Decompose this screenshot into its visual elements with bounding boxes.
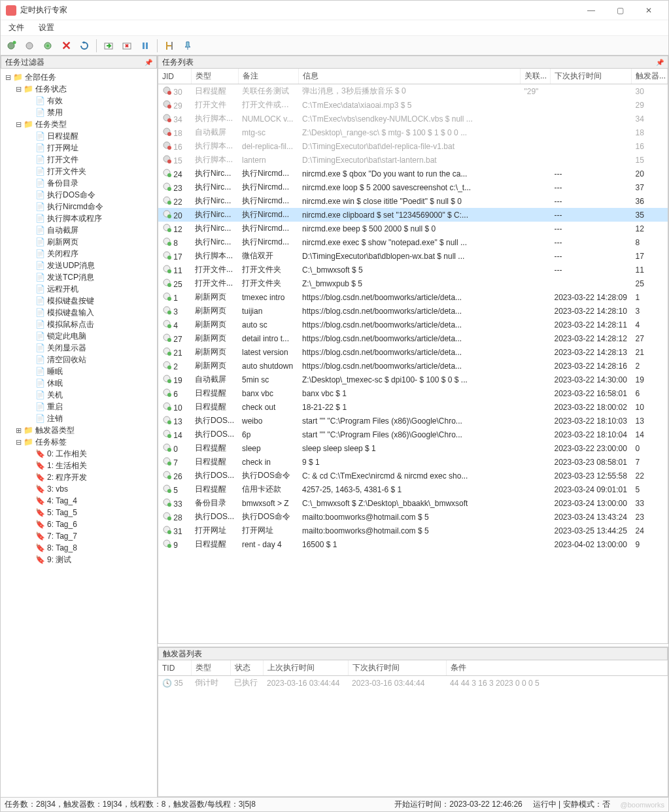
tcol-cond[interactable]: 条件: [446, 660, 668, 676]
minimize-button[interactable]: —: [577, 1, 606, 20]
tree-type-17[interactable]: 📄锁定此电脑: [2, 330, 156, 342]
task-row[interactable]: 12执行Nirc...执行Nircmd...nircmd.exe beep $ …: [158, 222, 668, 235]
tree-type-13[interactable]: 📄远程开机: [2, 283, 156, 295]
menu-settings[interactable]: 设置: [33, 21, 60, 35]
tree-type-5[interactable]: 📄执行DOS命令: [2, 189, 156, 201]
toolbar-delete[interactable]: ✕: [58, 38, 74, 54]
trigger-row[interactable]: 🕓 35倒计时已执行2023-03-16 03:44:442023-03-16 …: [158, 676, 668, 690]
tree-status[interactable]: ⊟📁任务状态: [2, 83, 156, 95]
tree-type-9[interactable]: 📄刷新网页: [2, 236, 156, 248]
toolbar-new2[interactable]: [22, 38, 37, 54]
task-row[interactable]: 29打开文件打开文件或程序C:\TmExec\data\xiaoai.mp3 $…: [158, 98, 668, 112]
col-info[interactable]: 信息: [298, 69, 521, 84]
tree-tag-0[interactable]: 🔖0: 工作相关: [2, 448, 156, 460]
col-next[interactable]: 下次执行时间: [551, 69, 632, 84]
tree-type-6[interactable]: 📄执行Nircmd命令: [2, 201, 156, 212]
task-row[interactable]: 6日程提醒banx vbcbanx vbc $ 12023-03-22 16:5…: [158, 386, 668, 400]
tree-type-16[interactable]: 📄模拟鼠标点击: [2, 318, 156, 330]
tcol-next[interactable]: 下次执行时间: [348, 660, 446, 676]
task-row[interactable]: 4刷新网页auto schttps://blog.csdn.net/boomwo…: [158, 318, 668, 331]
tree-type-22[interactable]: 📄关机: [2, 389, 156, 401]
tree-type-8[interactable]: 📄自动截屏: [2, 224, 156, 236]
task-row[interactable]: 3刷新网页tuijianhttps://blog.csdn.net/boomwo…: [158, 304, 668, 318]
tree-type-21[interactable]: 📄休眠: [2, 377, 156, 389]
col-trig[interactable]: 触发器...: [632, 69, 668, 84]
menu-file[interactable]: 文件: [3, 21, 29, 35]
task-row[interactable]: 17执行脚本...微信双开D:\TimingExecutor\bat\dblop…: [158, 249, 668, 263]
tree-type-11[interactable]: 📄发送UDP消息: [2, 260, 156, 271]
task-row[interactable]: 21刷新网页latest versionhttps://blog.csdn.ne…: [158, 345, 668, 359]
tree-type-18[interactable]: 📄关闭显示器: [2, 342, 156, 354]
close-button[interactable]: ✕: [634, 1, 663, 20]
pin-icon[interactable]: 📌: [145, 59, 152, 66]
task-row[interactable]: 8执行Nirc...执行Nircmd...nircmd.exe exec $ s…: [158, 235, 668, 249]
task-list[interactable]: JID 类型 备注 信息 关联... 下次执行时间 触发器... 30日程提醒关…: [158, 69, 668, 644]
tree-all-tasks[interactable]: ⊟📁全部任务: [2, 71, 156, 83]
task-row[interactable]: 22执行Nirc...执行Nircmd...nircmd.exe win $ c…: [158, 194, 668, 208]
task-row[interactable]: 25打开文件...打开文件夹Z:\_bmwxpub $ 525: [158, 277, 668, 290]
toolbar-pause[interactable]: [137, 38, 153, 54]
tree-tag-2[interactable]: 🔖2: 程序开发: [2, 471, 156, 483]
toolbar-export[interactable]: [119, 38, 135, 54]
task-row[interactable]: 16执行脚本...del-replica-fil...D:\TimingExec…: [158, 139, 668, 153]
tree-tags[interactable]: ⊟📁任务标签: [2, 436, 156, 448]
task-row[interactable]: 18自动截屏mtg-scZ:\Desktop\_range-sc\ $ mtg-…: [158, 126, 668, 139]
task-row[interactable]: 31打开网址打开网址mailto:boomworks@hotmail.com $…: [158, 524, 668, 537]
tree-type-7[interactable]: 📄执行脚本或程序: [2, 212, 156, 224]
toolbar-import[interactable]: [101, 38, 116, 54]
task-row[interactable]: 23执行Nirc...执行Nircmd...nircmd.exe loop $ …: [158, 180, 668, 194]
tcol-tid[interactable]: TID: [158, 660, 191, 676]
toolbar-pin[interactable]: [180, 38, 196, 54]
tree-type-23[interactable]: 📄重启: [2, 401, 156, 413]
task-row[interactable]: 33备份目录bmwxsoft > ZC:\_bmwxsoft $ Z:\Desk…: [158, 496, 668, 510]
tree-type-20[interactable]: 📄睡眠: [2, 365, 156, 377]
tree-type-15[interactable]: 📄模拟键盘输入: [2, 307, 156, 318]
task-row[interactable]: 10日程提醒check out18-21-22 $ 12023-03-22 18…: [158, 400, 668, 414]
tree-tag-7[interactable]: 🔖7: Tag_7: [2, 530, 156, 542]
col-jid[interactable]: JID: [158, 69, 191, 84]
tree-type-2[interactable]: 📄打开文件: [2, 154, 156, 165]
tree-tag-3[interactable]: 🔖3: vbs: [2, 483, 156, 495]
tcol-state[interactable]: 状态: [230, 660, 263, 676]
maximize-button[interactable]: ▢: [606, 1, 634, 20]
tree-type-14[interactable]: 📄模拟键盘按键: [2, 295, 156, 307]
col-rel[interactable]: 关联...: [521, 69, 551, 84]
task-row[interactable]: 2刷新网页auto shutdownhttps://blog.csdn.net/…: [158, 359, 668, 373]
toolbar-options[interactable]: [162, 38, 177, 54]
toolbar-new[interactable]: [3, 38, 19, 54]
task-row[interactable]: 15执行脚本...lanternD:\TimingExecutor\bat\st…: [158, 153, 668, 167]
task-row[interactable]: 28执行DOS...执行DOS命令mailto:boomworks@hotmai…: [158, 510, 668, 524]
task-row[interactable]: 14执行DOS...6pstart "" "C:\Program Files (…: [158, 428, 668, 441]
task-row[interactable]: 5日程提醒信用卡还款4257-25, 1463-5, 4381-6 $ 1202…: [158, 482, 668, 496]
tree-tag-6[interactable]: 🔖6: Tag_6: [2, 518, 156, 530]
tcol-type[interactable]: 类型: [191, 660, 230, 676]
task-row[interactable]: 27刷新网页detail intro t...https://blog.csdn…: [158, 331, 668, 345]
tree-tag-8[interactable]: 🔖8: Tag_8: [2, 542, 156, 554]
tcol-last[interactable]: 上次执行时间: [263, 660, 348, 676]
task-row[interactable]: 7日程提醒check in9 $ 12023-03-23 08:58:017: [158, 455, 668, 469]
task-row[interactable]: 34执行脚本...NUMLOCK v...C:\TmExec\vbs\sendk…: [158, 112, 668, 126]
tree-status-enabled[interactable]: 📄有效: [2, 95, 156, 107]
tree-triggers[interactable]: ⊞📁触发器类型: [2, 424, 156, 436]
tree-type-12[interactable]: 📄发送TCP消息: [2, 271, 156, 283]
tree-type-0[interactable]: 📄日程提醒: [2, 130, 156, 142]
pin-icon[interactable]: 📌: [656, 59, 664, 66]
task-row[interactable]: 26执行DOS...执行DOS命令C: & cd C:\TmExec\nircm…: [158, 469, 668, 482]
task-row[interactable]: 0日程提醒sleepsleep sleep sleep $ 12023-03-2…: [158, 441, 668, 455]
task-row[interactable]: 11打开文件...打开文件夹C:\_bmwxsoft $ 5---11: [158, 263, 668, 277]
task-row[interactable]: 13执行DOS...weibostart "" "C:\Program File…: [158, 414, 668, 428]
task-row[interactable]: 9日程提醒rent - day 416500 $ 12023-04-02 13:…: [158, 537, 668, 551]
tree-status-disabled[interactable]: 📄禁用: [2, 107, 156, 118]
tree-type-19[interactable]: 📄清空回收站: [2, 354, 156, 365]
task-row[interactable]: 1刷新网页tmexec introhttps://blog.csdn.net/b…: [158, 290, 668, 304]
tree-type-24[interactable]: 📄注销: [2, 413, 156, 424]
tree-tag-1[interactable]: 🔖1: 生活相关: [2, 460, 156, 471]
task-row[interactable]: 30日程提醒关联任务测试弹出消息，3秒后播放音乐 $ 0"29"30: [158, 84, 668, 99]
tree-type-3[interactable]: 📄打开文件夹: [2, 165, 156, 177]
tree-type-10[interactable]: 📄关闭程序: [2, 248, 156, 260]
tree-type-1[interactable]: 📄打开网址: [2, 142, 156, 154]
tree-type-4[interactable]: 📄备份目录: [2, 177, 156, 189]
task-row[interactable]: 19自动截屏5min scZ:\Desktop\_tmexec-sc $ dpi…: [158, 373, 668, 386]
col-type[interactable]: 类型: [191, 69, 238, 84]
toolbar-new3[interactable]: [40, 38, 56, 54]
